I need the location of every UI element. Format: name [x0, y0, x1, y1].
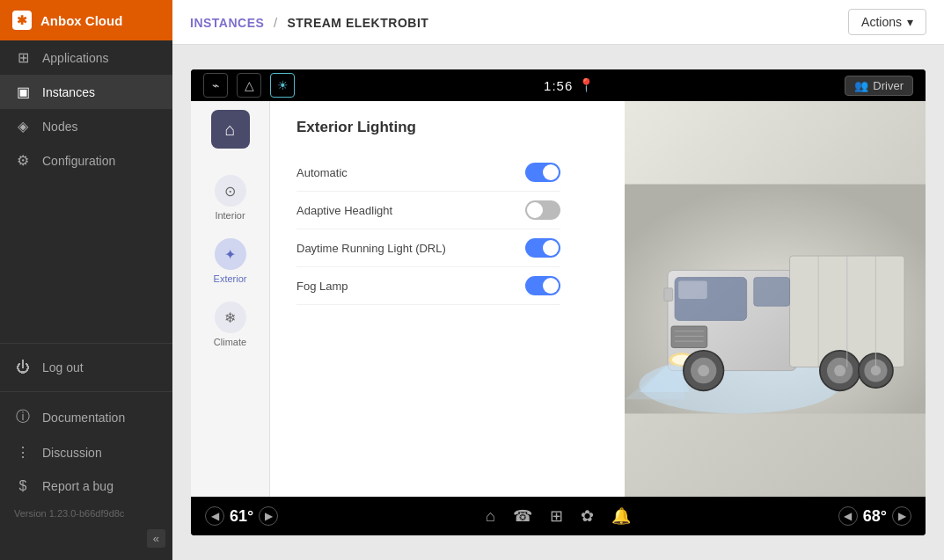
svg-point-17 [698, 365, 709, 376]
app-name: Anbox Cloud [40, 13, 122, 28]
adaptive-headlight-toggle[interactable] [525, 200, 560, 220]
temp-right-value: 68° [863, 507, 887, 526]
sidebar-item-applications[interactable]: ⊞ Applications [0, 40, 172, 75]
svg-rect-6 [753, 278, 789, 307]
sidebar: ✱ Anbox Cloud ⊞ Applications ▣ Instances… [0, 0, 172, 560]
temp-right-control: ◀ 68° ▶ [838, 506, 911, 526]
climate-icon: ❄ [215, 302, 246, 333]
sidebar-item-instances[interactable]: ▣ Instances [0, 75, 172, 109]
breadcrumb: INSTANCES / STREAM ELEKTROBIT [190, 15, 428, 30]
applications-icon: ⊞ [14, 49, 32, 66]
instances-icon: ▣ [14, 84, 32, 100]
actions-chevron-icon: ▾ [907, 15, 913, 29]
app-main-panel: Exterior Lighting Automatic Adaptive Hea… [270, 101, 625, 497]
drl-toggle[interactable] [525, 238, 560, 258]
grid-icon[interactable]: ⊞ [550, 506, 563, 526]
setting-row-adaptive-headlight: Adaptive Headlight [296, 192, 560, 229]
automatic-toggle[interactable] [525, 163, 560, 182]
exterior-nav[interactable]: ✦ Exterior [191, 229, 269, 293]
signal-icon[interactable]: △ [237, 73, 261, 98]
documentation-link[interactable]: ⓘ Documentation [0, 399, 172, 435]
stream-container: ⌁ △ ☀ 1:56 📍 👥 Driver ⌂ [172, 45, 944, 560]
app-logo: ✱ Anbox Cloud [0, 0, 172, 40]
device-bottombar: ◀ 61° ▶ ⌂ ☎ ⊞ ✿ 🔔 ◀ 68° [191, 497, 926, 535]
bottombar-nav: ⌂ ☎ ⊞ ✿ 🔔 [486, 506, 631, 526]
device-screen: ⌁ △ ☀ 1:56 📍 👥 Driver ⌂ [191, 69, 926, 535]
bluetooth-icon[interactable]: ⌁ [203, 73, 228, 98]
sidebar-logout-section: ⏻ Log out [0, 343, 172, 391]
topbar-time: 1:56 📍 [544, 77, 596, 93]
temp-left-increase[interactable]: ▶ [259, 506, 278, 526]
svg-point-23 [870, 366, 880, 375]
section-title: Exterior Lighting [296, 119, 598, 136]
interior-nav[interactable]: ⊙ Interior [191, 166, 269, 229]
discussion-link[interactable]: ⋮ Discussion [0, 435, 172, 469]
temp-left-value: 61° [230, 507, 253, 526]
sidebar-item-label: Instances [42, 85, 95, 99]
drl-label: Daytime Running Light (DRL) [296, 242, 446, 255]
temp-right-increase[interactable]: ▶ [892, 506, 911, 526]
temp-left-decrease[interactable]: ◀ [205, 506, 224, 526]
climate-nav[interactable]: ❄ Climate [191, 293, 269, 356]
fog-lamp-label: Fog Lamp [296, 280, 348, 293]
breadcrumb-current: STREAM ELEKTROBIT [287, 16, 428, 30]
main-content: INSTANCES / STREAM ELEKTROBIT Actions ▾ … [172, 0, 944, 560]
app-sidebar: ⌂ ⊙ Interior ✦ Exterior ❄ Climate [191, 101, 270, 497]
report-bug-label: Report a bug [42, 479, 113, 493]
sidebar-item-nodes[interactable]: ◈ Nodes [0, 109, 172, 143]
nodes-icon: ◈ [14, 118, 32, 135]
driver-icon: 👥 [854, 79, 868, 92]
page-header: INSTANCES / STREAM ELEKTROBIT Actions ▾ [172, 0, 944, 45]
discussion-label: Discussion [42, 446, 102, 460]
device-content: ⌂ ⊙ Interior ✦ Exterior ❄ Climate [191, 101, 926, 497]
svg-rect-5 [678, 281, 707, 299]
actions-button[interactable]: Actions ▾ [848, 9, 926, 35]
temp-right-decrease[interactable]: ◀ [838, 506, 858, 526]
bug-icon: $ [14, 478, 32, 494]
logo-icon: ✱ [12, 11, 32, 30]
svg-rect-27 [663, 288, 672, 302]
setting-row-fog-lamp: Fog Lamp [296, 267, 560, 305]
temp-left-control: ◀ 61° ▶ [205, 506, 278, 526]
exterior-icon: ✦ [215, 238, 246, 270]
phone-icon[interactable]: ☎ [513, 506, 532, 526]
truck-image-area [625, 101, 926, 497]
home-bottom-icon[interactable]: ⌂ [486, 507, 495, 526]
logout-icon: ⏻ [14, 360, 32, 375]
bell-icon[interactable]: 🔔 [611, 506, 631, 526]
collapse-button[interactable]: « [0, 524, 172, 553]
adaptive-headlight-label: Adaptive Headlight [296, 204, 392, 217]
sidebar-item-label: Applications [42, 51, 109, 65]
automatic-label: Automatic [296, 166, 348, 179]
driver-label: Driver [873, 79, 904, 92]
actions-label: Actions [861, 15, 902, 29]
breadcrumb-link[interactable]: INSTANCES [190, 16, 264, 30]
location-icon: 📍 [578, 77, 596, 93]
report-bug-link[interactable]: $ Report a bug [0, 469, 172, 503]
fog-lamp-toggle[interactable] [525, 276, 560, 295]
documentation-icon: ⓘ [14, 408, 32, 426]
logout-label: Log out [42, 360, 84, 375]
setting-row-automatic: Automatic [296, 154, 560, 192]
home-button[interactable]: ⌂ [211, 110, 250, 149]
sidebar-item-label: Nodes [42, 120, 77, 134]
topbar-left: ⌁ △ ☀ [203, 73, 295, 98]
fan-icon[interactable]: ✿ [581, 506, 594, 526]
breadcrumb-separator: / [274, 15, 278, 30]
collapse-icon: « [147, 529, 165, 548]
interior-icon: ⊙ [215, 175, 246, 207]
svg-point-20 [834, 365, 845, 376]
sidebar-item-configuration[interactable]: ⚙ Configuration [0, 143, 172, 178]
documentation-label: Documentation [42, 411, 125, 425]
discussion-icon: ⋮ [14, 444, 32, 461]
brightness-icon[interactable]: ☀ [270, 73, 295, 98]
version-text: Version 1.23.0-b66df9d8c [0, 503, 172, 524]
truck-illustration [625, 158, 926, 440]
logout-button[interactable]: ⏻ Log out [0, 351, 172, 384]
device-topbar: ⌁ △ ☀ 1:56 📍 👥 Driver [191, 69, 926, 101]
svg-rect-7 [671, 326, 707, 347]
sidebar-footer-section: ⓘ Documentation ⋮ Discussion $ Report a … [0, 391, 172, 560]
setting-row-drl: Daytime Running Light (DRL) [296, 229, 560, 267]
nav-section: ⊞ Applications ▣ Instances ◈ Nodes ⚙ Con… [0, 40, 172, 343]
driver-badge[interactable]: 👥 Driver [845, 76, 913, 96]
